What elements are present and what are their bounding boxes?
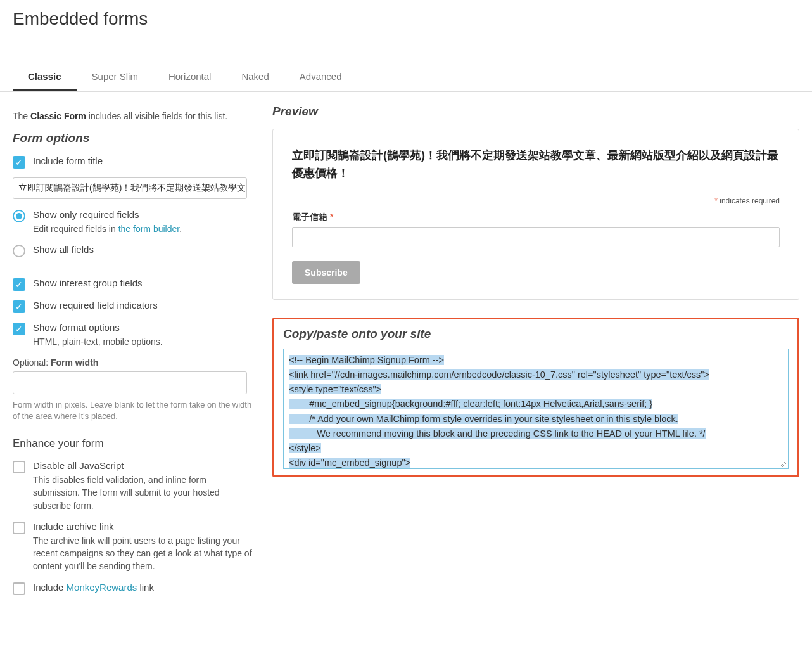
format-options-label: Show format options <box>33 322 253 333</box>
embed-code-textarea[interactable]: <!-- Begin MailChimp Signup Form --> <li… <box>283 349 789 469</box>
tab-naked[interactable]: Naked <box>226 63 284 91</box>
subscribe-button[interactable]: Subscribe <box>292 261 360 284</box>
indicates-required: * indicates required <box>292 196 780 205</box>
disable-js-checkbox[interactable] <box>13 461 25 473</box>
archive-checkbox[interactable] <box>13 522 25 534</box>
enhance-heading: Enhance your form <box>13 437 253 450</box>
email-input[interactable] <box>292 227 780 247</box>
monkeyrewards-checkbox[interactable] <box>13 582 25 595</box>
form-width-label: Optional: Form width <box>13 357 253 368</box>
include-title-checkbox[interactable]: ✓ <box>13 156 25 169</box>
intro-text: The Classic Form includes all visible fi… <box>13 111 253 121</box>
resize-handle-icon[interactable] <box>779 459 787 467</box>
tab-super-slim[interactable]: Super Slim <box>77 63 153 91</box>
required-indicators-label: Show required field indicators <box>33 300 253 311</box>
email-field-label: 電子信箱 * <box>292 212 780 223</box>
show-all-radio[interactable] <box>13 245 25 257</box>
preview-box: 立即訂閱鵠崙設計(鵠學苑)！我們將不定期發送架站教學文章、最新網站版型介紹以及網… <box>272 129 799 300</box>
format-options-desc: HTML, plain-text, mobile options. <box>33 335 253 348</box>
interest-groups-label: Show interest group fields <box>33 278 253 288</box>
form-width-input[interactable] <box>13 371 247 394</box>
embed-code-section: Copy/paste onto your site <!-- Begin Mai… <box>272 318 799 477</box>
tab-classic[interactable]: Classic <box>13 63 77 91</box>
only-required-desc: Edit required fields in the form builder… <box>33 222 253 235</box>
form-width-help: Form width in pixels. Leave blank to let… <box>13 399 253 422</box>
only-required-label: Show only required fields <box>33 209 253 220</box>
only-required-radio[interactable] <box>13 210 25 222</box>
include-title-label: Include form title <box>33 155 253 166</box>
form-title-input[interactable]: 立即訂閱鵠崙設計(鵠學苑)！我們將不定期發送架站教學文 <box>13 177 247 199</box>
format-options-checkbox[interactable]: ✓ <box>13 323 25 335</box>
monkeyrewards-link[interactable]: MonkeyRewards <box>67 582 137 593</box>
preview-form-title: 立即訂閱鵠崙設計(鵠學苑)！我們將不定期發送架站教學文章、最新網站版型介紹以及網… <box>292 147 780 183</box>
archive-desc: The archive link will point users to a p… <box>33 534 253 573</box>
copy-paste-heading: Copy/paste onto your site <box>283 327 789 341</box>
form-options-heading: Form options <box>13 131 253 145</box>
monkeyrewards-label: Include MonkeyRewards link <box>33 582 253 593</box>
tabs: Classic Super Slim Horizontal Naked Adva… <box>0 63 812 92</box>
disable-js-desc: This disables field validation, and inli… <box>33 473 253 512</box>
required-indicators-checkbox[interactable]: ✓ <box>13 300 25 313</box>
interest-groups-checkbox[interactable]: ✓ <box>13 278 25 291</box>
tab-advanced[interactable]: Advanced <box>284 63 357 91</box>
archive-label: Include archive link <box>33 521 253 532</box>
tab-horizontal[interactable]: Horizontal <box>153 63 227 91</box>
preview-heading: Preview <box>272 105 799 119</box>
show-all-label: Show all fields <box>33 244 253 255</box>
form-builder-link[interactable]: the form builder <box>118 224 180 234</box>
page-title: Embedded forms <box>0 0 812 32</box>
disable-js-label: Disable all JavaScript <box>33 460 253 471</box>
